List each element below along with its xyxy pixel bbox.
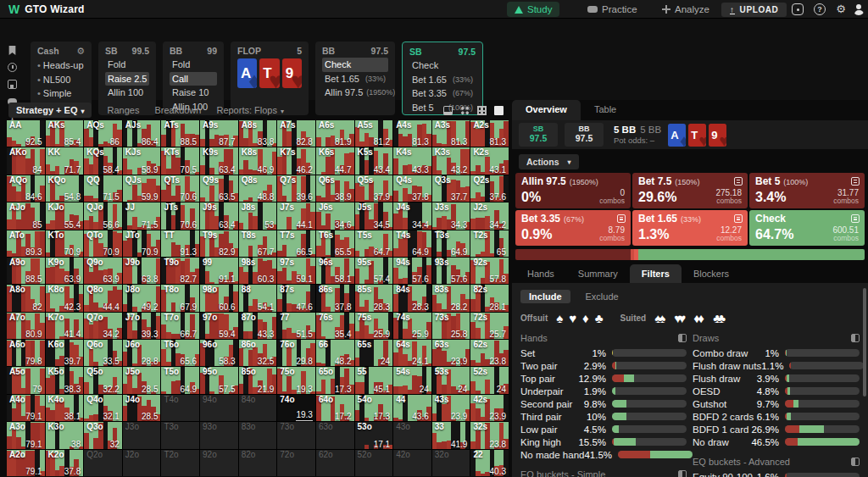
matrix-cell-KJo[interactable]: KJo55.4 [46,202,84,229]
matrix-cell-95o[interactable]: 95o57.5 [200,367,238,393]
heart-suited-icon[interactable]: ♥♥ [674,312,688,324]
matrix-cell-73s[interactable]: 73s25.8 [432,313,470,339]
action-card-allin-97-5[interactable]: Allin 97.5(1950%)0%0combos [515,173,631,208]
matrix-cell-AA[interactable]: AA92.5 [7,120,45,147]
matrix-cell-K6o[interactable]: K6o39.7 [46,340,84,366]
matrix-cell-J7s[interactable]: J7s44.1 [277,202,315,229]
exclude-toggle[interactable]: Exclude [577,290,627,303]
draws-stat-row[interactable]: OESD4.8% [693,385,860,397]
matrix-cell-K8s[interactable]: K8s46.9 [239,147,277,174]
cash-gear-icon[interactable]: ⚙ [76,46,85,57]
hands-stat-row[interactable]: Underpair1.9% [520,385,687,397]
matrix-cell-J5o[interactable]: J5o28.5 [123,367,161,393]
action-card-bet-1-65[interactable]: Bet 1.65(33%)1.3%12.27combos [632,210,748,246]
matrix-cell-K6s[interactable]: K6s44.7 [316,147,354,174]
matrix-cell-A7o[interactable]: A7o80.9 [7,313,45,339]
tab-overview[interactable]: Overview [512,100,581,120]
matrix-cell-Q7s[interactable]: Q7s39.6 [277,175,315,202]
scrollbar[interactable] [863,288,866,397]
matrix-cell-93o[interactable]: 93o [200,422,238,448]
action-card-bet-7-5[interactable]: Bet 7.5(150%)29.6%275.18combos [632,173,748,208]
actions-dropdown[interactable]: Actions ▾ [519,154,579,169]
matrix-cell-A5o[interactable]: A5o79 [7,367,45,393]
matrix-cell-K8o[interactable]: K8o42.3 [46,285,84,311]
upload-button[interactable]: ↑ UPLOAD [721,3,787,17]
matrix-cell-ATo[interactable]: ATo89.3 [7,230,45,257]
matrix-cell-K9o[interactable]: K9o63.9 [46,258,84,284]
matrix-cell-84s[interactable]: 84s28.3 [393,285,431,311]
tab-filters[interactable]: Filters [630,264,682,283]
matrix-cell-Q5o[interactable]: Q5o32.2 [84,367,122,393]
note-icon[interactable] [851,177,860,186]
bb-flop-action-row[interactable]: Check [322,58,388,72]
matrix-cell-62o[interactable]: 62o [316,450,354,476]
scan-icon[interactable] [792,3,804,15]
history-icon[interactable] [8,63,17,72]
matrix-cell-A3o[interactable]: A3o79.1 [7,422,45,448]
matrix-cell-K5s[interactable]: K5s43.4 [355,147,393,174]
card-view-icon[interactable] [443,106,453,115]
draws-stat-row[interactable]: Combo draw1% [693,347,860,359]
note-icon[interactable] [734,214,743,223]
draws-stat-row[interactable]: Gutshot9.7% [693,397,860,410]
matrix-cell-J2o[interactable]: J2o [123,450,161,476]
hands-toggle-icon[interactable] [678,334,687,342]
matrix-cell-AJo[interactable]: AJo85 [7,202,45,229]
matrix-cell-83s[interactable]: 83s28.2 [432,285,470,311]
matrix-cell-KK[interactable]: KK71.7 [46,147,84,174]
matrix-cell-42o[interactable]: 42o [393,450,431,476]
matrix-cell-94o[interactable]: 94o [200,395,238,421]
matrix-cell-QTo[interactable]: QTo70.9 [84,230,122,257]
matrix-cell-T6s[interactable]: T6s65.5 [316,230,354,257]
matrix-cell-K5o[interactable]: K5o38.3 [46,367,84,393]
diamond-suited-icon[interactable]: ♦♦ [693,312,708,324]
tab-breakdown[interactable]: Breakdown [154,105,201,115]
matrix-cell-T5o[interactable]: T5o64.9 [161,367,199,393]
matrix-cell-K4s[interactable]: K4s43.3 [393,147,431,174]
matrix-cell-75o[interactable]: 75o19.3 [277,367,315,393]
bb-flop-action-row[interactable]: Bet 1.65(33%) [322,72,388,86]
sb-flop-action-row[interactable]: Bet 3.35(67%) [409,86,476,101]
action-card-bet-3-35[interactable]: Bet 3.35(67%)0.9%8.79combos [515,210,631,246]
matrix-cell-43o[interactable]: 43o [393,422,431,448]
matrix-cell-94s[interactable]: 94s57.6 [393,258,431,284]
matrix-cell-Q9o[interactable]: Q9o63.9 [84,258,122,284]
matrix-cell-AKo[interactable]: AKo84 [7,147,45,174]
matrix-cell-A4s[interactable]: A4s81.3 [393,120,431,147]
matrix-cell-54s[interactable]: 54s24 [393,367,431,393]
matrix-cell-99[interactable]: 9991.1 [200,258,238,284]
matrix-cell-Q2o[interactable]: Q2o [84,450,122,476]
bb-pre-action-row[interactable]: Fold [170,58,217,72]
tab-ranges[interactable]: Ranges [107,105,139,115]
matrix-cell-K2o[interactable]: K2o37.8 [46,450,84,476]
matrix-cell-K2s[interactable]: K2s43.1 [470,147,509,174]
matrix-cell-JTo[interactable]: JTo70.9 [123,230,161,257]
matrix-cell-KQs[interactable]: KQs58.4 [84,147,122,174]
hands-stat-row[interactable]: Second pair9.8% [520,397,687,410]
matrix-cell-62s[interactable]: 62s23.8 [470,340,509,366]
matrix-cell-98s[interactable]: 98s60.3 [239,258,277,284]
matrix-cell-Q7o[interactable]: Q7o34.2 [84,313,122,339]
matrix-cell-KTo[interactable]: KTo70.9 [46,230,84,257]
matrix-cell-75s[interactable]: 75s25.9 [355,313,393,339]
matrix-cell-Q2s[interactable]: Q2s37.6 [470,175,509,202]
draws-toggle-icon[interactable] [851,334,860,342]
matrix-cell-64s[interactable]: 64s24.1 [393,340,431,366]
matrix-cell-Q4s[interactable]: Q4s37.8 [393,175,431,202]
matrix-cell-43s[interactable]: 43s23.9 [432,395,470,421]
matrix-cell-42s[interactable]: 42s23.9 [470,395,509,421]
matrix-cell-76o[interactable]: 76o29.8 [277,340,315,366]
bb-pre-action-row[interactable]: Call [170,72,217,86]
matrix-cell-54o[interactable]: 54o17.3 [355,395,393,421]
matrix-cell-87o[interactable]: 87o43.3 [239,313,277,339]
matrix-cell-97o[interactable]: 97o59.4 [200,313,238,339]
matrix-cell-53o[interactable]: 53o17.1 [355,422,393,448]
draws-stat-row[interactable]: Flush draw nuts1.1% [693,359,860,372]
matrix-cell-J4o[interactable]: J4o28.5 [123,395,161,421]
matrix-cell-T9s[interactable]: T9s82.9 [200,230,238,257]
sb-pre-action-row[interactable]: Allin 100 [105,86,149,100]
eq-advanced-toggle-icon[interactable] [851,458,860,466]
matrix-cell-82s[interactable]: 82s28.1 [470,285,509,311]
bookmark-icon[interactable] [8,46,17,55]
matrix-cell-72o[interactable]: 72o [277,450,315,476]
